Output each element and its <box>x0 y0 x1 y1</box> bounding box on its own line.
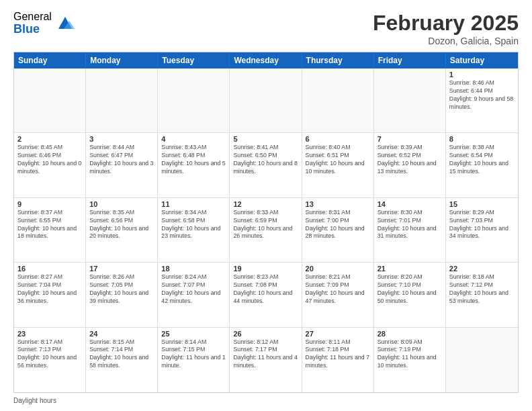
footer: Daylight hours <box>13 397 519 404</box>
logo-text: General Blue <box>13 11 52 36</box>
day-info: Sunrise: 8:30 AM Sunset: 7:01 PM Dayligh… <box>378 209 442 241</box>
calendar-cell: 19Sunrise: 8:23 AM Sunset: 7:08 PM Dayli… <box>230 263 302 326</box>
calendar-row: 9Sunrise: 8:37 AM Sunset: 6:55 PM Daylig… <box>14 198 518 263</box>
day-number: 25 <box>161 330 226 338</box>
calendar-cell: 18Sunrise: 8:24 AM Sunset: 7:07 PM Dayli… <box>158 263 230 326</box>
day-number: 9 <box>17 200 82 208</box>
day-info: Sunrise: 8:15 AM Sunset: 7:14 PM Dayligh… <box>89 338 154 371</box>
cal-header-day: Saturday <box>446 52 518 68</box>
day-info: Sunrise: 8:46 AM Sunset: 6:44 PM Dayligh… <box>449 79 515 111</box>
calendar-cell: 17Sunrise: 8:26 AM Sunset: 7:05 PM Dayli… <box>86 263 158 326</box>
calendar-cell: 23Sunrise: 8:17 AM Sunset: 7:13 PM Dayli… <box>14 328 86 392</box>
day-info: Sunrise: 8:33 AM Sunset: 6:59 PM Dayligh… <box>233 209 298 241</box>
logo-blue: Blue <box>13 23 52 36</box>
calendar-cell <box>374 68 446 132</box>
cal-header-day: Tuesday <box>158 52 230 68</box>
calendar-row: 23Sunrise: 8:17 AM Sunset: 7:13 PM Dayli… <box>14 328 518 392</box>
day-number: 2 <box>17 135 82 143</box>
calendar-cell: 4Sunrise: 8:43 AM Sunset: 6:48 PM Daylig… <box>158 133 230 197</box>
day-info: Sunrise: 8:09 AM Sunset: 7:19 PM Dayligh… <box>378 338 442 371</box>
day-number: 10 <box>89 200 154 208</box>
day-info: Sunrise: 8:40 AM Sunset: 6:51 PM Dayligh… <box>306 144 370 176</box>
day-number: 12 <box>233 200 298 208</box>
day-number: 3 <box>89 135 154 143</box>
calendar-cell: 22Sunrise: 8:18 AM Sunset: 7:12 PM Dayli… <box>446 263 518 326</box>
day-number: 6 <box>306 135 370 143</box>
day-number: 28 <box>378 330 442 338</box>
calendar-cell: 6Sunrise: 8:40 AM Sunset: 6:51 PM Daylig… <box>302 133 374 197</box>
day-number: 8 <box>449 135 515 143</box>
calendar-cell: 21Sunrise: 8:20 AM Sunset: 7:10 PM Dayli… <box>374 263 446 326</box>
calendar-cell: 14Sunrise: 8:30 AM Sunset: 7:01 PM Dayli… <box>374 198 446 262</box>
day-number: 5 <box>233 135 298 143</box>
day-number: 15 <box>449 200 515 208</box>
day-number: 16 <box>17 265 82 273</box>
day-number: 1 <box>449 71 515 79</box>
calendar-cell <box>158 68 230 132</box>
day-info: Sunrise: 8:12 AM Sunset: 7:17 PM Dayligh… <box>233 338 298 371</box>
day-info: Sunrise: 8:44 AM Sunset: 6:47 PM Dayligh… <box>89 144 154 176</box>
day-info: Sunrise: 8:38 AM Sunset: 6:54 PM Dayligh… <box>449 144 515 176</box>
day-number: 26 <box>233 330 298 338</box>
day-info: Sunrise: 8:18 AM Sunset: 7:12 PM Dayligh… <box>449 273 515 306</box>
day-info: Sunrise: 8:11 AM Sunset: 7:18 PM Dayligh… <box>306 338 370 371</box>
daylight-label: Daylight hours <box>13 397 56 404</box>
calendar-cell: 25Sunrise: 8:14 AM Sunset: 7:15 PM Dayli… <box>158 328 230 392</box>
day-number: 21 <box>378 265 442 273</box>
day-info: Sunrise: 8:17 AM Sunset: 7:13 PM Dayligh… <box>17 338 82 371</box>
logo-icon <box>56 14 75 33</box>
cal-header-day: Monday <box>86 52 158 68</box>
calendar-cell: 5Sunrise: 8:41 AM Sunset: 6:50 PM Daylig… <box>230 133 302 197</box>
calendar-cell: 2Sunrise: 8:45 AM Sunset: 6:46 PM Daylig… <box>14 133 86 197</box>
calendar: SundayMondayTuesdayWednesdayThursdayFrid… <box>13 52 519 393</box>
day-info: Sunrise: 8:31 AM Sunset: 7:00 PM Dayligh… <box>306 209 370 241</box>
calendar-cell: 7Sunrise: 8:39 AM Sunset: 6:52 PM Daylig… <box>374 133 446 197</box>
day-number: 7 <box>378 135 442 143</box>
day-number: 20 <box>306 265 370 273</box>
day-info: Sunrise: 8:39 AM Sunset: 6:52 PM Dayligh… <box>378 144 442 176</box>
calendar-row: 2Sunrise: 8:45 AM Sunset: 6:46 PM Daylig… <box>14 133 518 197</box>
calendar-row: 1Sunrise: 8:46 AM Sunset: 6:44 PM Daylig… <box>14 68 518 133</box>
day-info: Sunrise: 8:43 AM Sunset: 6:48 PM Dayligh… <box>161 144 226 176</box>
calendar-cell: 11Sunrise: 8:34 AM Sunset: 6:58 PM Dayli… <box>158 198 230 262</box>
calendar-cell <box>14 68 86 132</box>
title-location: Dozon, Galicia, Spain <box>373 36 519 46</box>
cal-header-day: Sunday <box>14 52 86 68</box>
calendar-cell <box>302 68 374 132</box>
day-number: 4 <box>161 135 226 143</box>
day-info: Sunrise: 8:34 AM Sunset: 6:58 PM Dayligh… <box>161 209 226 241</box>
day-number: 24 <box>89 330 154 338</box>
calendar-header: SundayMondayTuesdayWednesdayThursdayFrid… <box>14 52 518 68</box>
header: General Blue February 2025 Dozon, Galici… <box>13 11 519 46</box>
calendar-row: 16Sunrise: 8:27 AM Sunset: 7:04 PM Dayli… <box>14 263 518 327</box>
calendar-cell: 26Sunrise: 8:12 AM Sunset: 7:17 PM Dayli… <box>230 328 302 392</box>
day-number: 13 <box>306 200 370 208</box>
day-number: 17 <box>89 265 154 273</box>
day-info: Sunrise: 8:26 AM Sunset: 7:05 PM Dayligh… <box>89 273 154 306</box>
calendar-cell: 10Sunrise: 8:35 AM Sunset: 6:56 PM Dayli… <box>86 198 158 262</box>
calendar-cell: 20Sunrise: 8:21 AM Sunset: 7:09 PM Dayli… <box>302 263 374 326</box>
calendar-cell: 9Sunrise: 8:37 AM Sunset: 6:55 PM Daylig… <box>14 198 86 262</box>
calendar-cell: 24Sunrise: 8:15 AM Sunset: 7:14 PM Dayli… <box>86 328 158 392</box>
day-info: Sunrise: 8:24 AM Sunset: 7:07 PM Dayligh… <box>161 273 226 306</box>
cal-header-day: Friday <box>374 52 446 68</box>
calendar-cell: 8Sunrise: 8:38 AM Sunset: 6:54 PM Daylig… <box>446 133 518 197</box>
day-info: Sunrise: 8:41 AM Sunset: 6:50 PM Dayligh… <box>233 144 298 176</box>
day-number: 27 <box>306 330 370 338</box>
cal-header-day: Thursday <box>302 52 374 68</box>
calendar-cell: 3Sunrise: 8:44 AM Sunset: 6:47 PM Daylig… <box>86 133 158 197</box>
calendar-cell <box>230 68 302 132</box>
day-number: 18 <box>161 265 226 273</box>
title-month: February 2025 <box>373 11 519 36</box>
day-info: Sunrise: 8:29 AM Sunset: 7:03 PM Dayligh… <box>449 209 515 241</box>
calendar-cell: 15Sunrise: 8:29 AM Sunset: 7:03 PM Dayli… <box>446 198 518 262</box>
day-info: Sunrise: 8:35 AM Sunset: 6:56 PM Dayligh… <box>89 209 154 241</box>
calendar-cell: 27Sunrise: 8:11 AM Sunset: 7:18 PM Dayli… <box>302 328 374 392</box>
logo-general: General <box>13 11 52 23</box>
calendar-cell: 13Sunrise: 8:31 AM Sunset: 7:00 PM Dayli… <box>302 198 374 262</box>
calendar-cell <box>86 68 158 132</box>
calendar-cell: 16Sunrise: 8:27 AM Sunset: 7:04 PM Dayli… <box>14 263 86 326</box>
day-info: Sunrise: 8:45 AM Sunset: 6:46 PM Dayligh… <box>17 144 82 176</box>
day-info: Sunrise: 8:27 AM Sunset: 7:04 PM Dayligh… <box>17 273 82 306</box>
calendar-cell: 1Sunrise: 8:46 AM Sunset: 6:44 PM Daylig… <box>446 68 518 132</box>
